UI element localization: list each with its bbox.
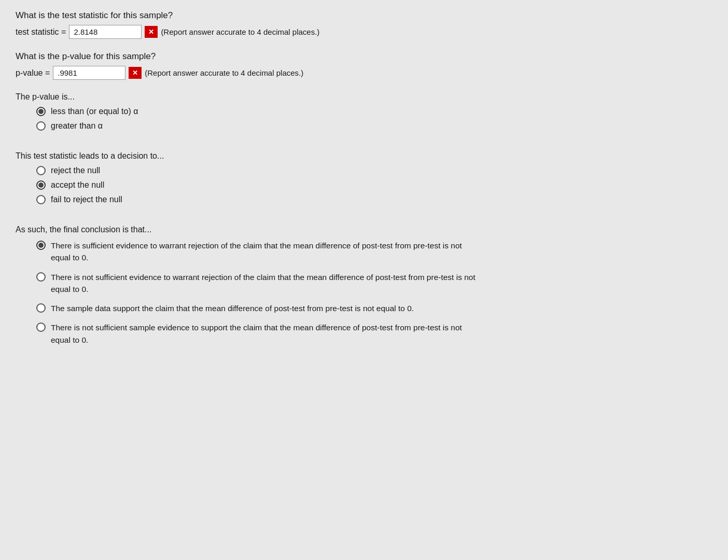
radio-accept-null-circle[interactable] (36, 180, 46, 190)
q2-hint: (Report answer accurate to 4 decimal pla… (145, 68, 303, 77)
conclusion-section: As such, the final conclusion is that...… (16, 225, 712, 346)
test-statistic-clear-button[interactable]: ✕ (145, 26, 158, 38)
conclusion-item-2[interactable]: There is not sufficient evidence to warr… (36, 271, 712, 296)
conclusion-1-text: There is sufficient evidence to warrant … (51, 240, 476, 264)
radio-less-than[interactable]: less than (or equal to) α (36, 107, 712, 116)
radio-fail-reject-null-circle[interactable] (36, 195, 46, 204)
q2-input-row: p-value = ✕ (Report answer accurate to 4… (16, 66, 712, 80)
decision-section: This test statistic leads to a decision … (16, 151, 712, 204)
conclusion-4-circle[interactable] (36, 323, 46, 332)
q1-label: test statistic = (16, 27, 66, 37)
radio-fail-reject-null[interactable]: fail to reject the null (36, 195, 712, 204)
radio-greater-than-circle[interactable] (36, 121, 46, 131)
q2-question: What is the p-value for this sample? (16, 51, 712, 62)
radio-reject-null-label: reject the null (51, 166, 100, 175)
conclusion-item-3[interactable]: The sample data support the claim that t… (36, 302, 712, 314)
radio-accept-null[interactable]: accept the null (36, 180, 712, 190)
q4-radio-group: reject the null accept the null fail to … (36, 166, 712, 204)
q2-label: p-value = (16, 68, 50, 78)
pvalue-comparison-section: The p-value is... less than (or equal to… (16, 92, 712, 131)
pvalue-input[interactable] (53, 66, 125, 80)
pvalue-section: What is the p-value for this sample? p-v… (16, 51, 712, 80)
q5-label: As such, the final conclusion is that... (16, 225, 712, 234)
radio-reject-null[interactable]: reject the null (36, 166, 712, 175)
q3-radio-group: less than (or equal to) α greater than α (36, 107, 712, 131)
q1-question: What is the test statistic for this samp… (16, 10, 712, 21)
radio-greater-than-label: greater than α (51, 121, 103, 131)
radio-less-than-circle[interactable] (36, 107, 46, 116)
conclusion-1-circle[interactable] (36, 241, 46, 250)
radio-less-than-label: less than (or equal to) α (51, 107, 138, 116)
conclusion-item-1[interactable]: There is sufficient evidence to warrant … (36, 240, 712, 264)
q3-label: The p-value is... (16, 92, 712, 102)
conclusion-2-circle[interactable] (36, 272, 46, 282)
test-statistic-input[interactable] (69, 25, 142, 39)
radio-reject-null-circle[interactable] (36, 166, 46, 175)
radio-greater-than[interactable]: greater than α (36, 121, 712, 131)
radio-fail-reject-null-label: fail to reject the null (51, 195, 122, 204)
q1-input-row: test statistic = ✕ (Report answer accura… (16, 25, 712, 39)
conclusion-3-text: The sample data support the claim that t… (51, 302, 414, 314)
conclusion-2-text: There is not sufficient evidence to warr… (51, 271, 476, 296)
conclusion-3-circle[interactable] (36, 303, 46, 313)
conclusion-4-text: There is not sufficient sample evidence … (51, 321, 476, 346)
q1-hint: (Report answer accurate to 4 decimal pla… (161, 27, 319, 36)
q4-label: This test statistic leads to a decision … (16, 151, 712, 161)
conclusion-item-4[interactable]: There is not sufficient sample evidence … (36, 321, 712, 346)
pvalue-clear-button[interactable]: ✕ (129, 67, 142, 79)
test-statistic-section: What is the test statistic for this samp… (16, 10, 712, 39)
radio-accept-null-label: accept the null (51, 180, 104, 190)
